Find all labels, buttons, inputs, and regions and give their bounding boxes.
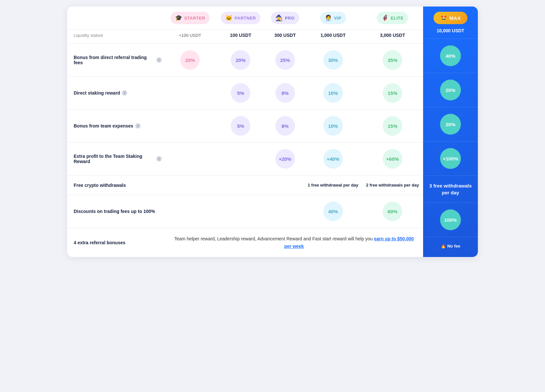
text-4-4: 2 free withdrawals per day: [366, 182, 419, 188]
badge-5-4: 60%: [383, 202, 402, 221]
badge-2-2: 8%: [275, 116, 295, 136]
cell-5-1: [215, 195, 266, 228]
badge-1-4: 15%: [383, 83, 402, 103]
cell-2-1: 5%: [215, 110, 266, 143]
badge-1-3: 10%: [323, 83, 343, 103]
cell-2-2: 8%: [266, 110, 304, 143]
cell-5-4: 60%: [362, 195, 423, 228]
max-text-4: 3 free withdrawals per day: [426, 182, 475, 196]
text-4-3: 1 free withdrawal per day: [308, 182, 358, 188]
cell-1-3: 10%: [304, 77, 362, 110]
badge-3-3: +40%: [323, 149, 343, 169]
liquidity-label: Liquidity staked: [67, 30, 165, 44]
max-cell-4: 3 free withdrawals per day: [423, 176, 478, 203]
badge-0-4: 35%: [383, 50, 402, 70]
cell-3-1: [215, 143, 266, 175]
badge-2-3: 10%: [323, 116, 343, 136]
max-liquidity: 10,000 USDT: [437, 28, 464, 33]
cell-2-3: 10%: [304, 110, 362, 143]
max-badge-1: 20%: [440, 80, 461, 100]
max-badge-0: 40%: [440, 45, 461, 66]
badge-0-0: 20%: [180, 50, 200, 70]
tier-label-vip: VIP: [334, 16, 341, 21]
info-icon-1[interactable]: i: [122, 90, 127, 96]
max-cell-0: 40%: [423, 39, 478, 73]
info-icon-0[interactable]: i: [156, 57, 162, 63]
row-label-text-4: Free crypto withdrawals: [74, 183, 126, 188]
badge-3-4: +60%: [383, 149, 402, 169]
cell-5-0: [165, 195, 215, 228]
badge-1-2: 8%: [275, 83, 295, 103]
max-badge-5: 100%: [440, 209, 461, 230]
badge-0-3: 30%: [323, 50, 343, 70]
max-button[interactable]: 🤩 MAX: [434, 12, 467, 24]
tier-button-pro[interactable]: 🧙 PRO: [271, 12, 299, 24]
liquidity-vip: 1,000 USDT: [304, 30, 362, 44]
row-label-3: Extra profit to the Team Staking Reward …: [67, 143, 165, 175]
max-badge-3: +100%: [440, 148, 461, 169]
row-label-text-0: Bonus from direct referral trading fees: [74, 55, 155, 65]
row-2: Bonus from team expenses i 5%8%10%15%: [67, 110, 423, 143]
badge-0-2: 25%: [275, 50, 295, 70]
cell-1-4: 15%: [362, 77, 423, 110]
row-label-text-5: Discounts on trading fees up to 100%: [74, 209, 155, 214]
extra-referral-label: 4 extra referral bonuses: [67, 228, 165, 257]
liquidity-elite: 3,000 USDT: [362, 30, 423, 44]
row-1: Direct staking reward i 5%8%10%15%: [67, 77, 423, 110]
row-label-text-3: Extra profit to the Team Staking Reward: [74, 154, 155, 164]
max-cell-2: 20%: [423, 107, 478, 142]
cell-3-4: +60%: [362, 143, 423, 175]
cell-0-2: 25%: [266, 44, 304, 77]
cell-3-3: +40%: [304, 143, 362, 175]
max-label: MAX: [449, 15, 461, 21]
tier-label-elite: ELITE: [391, 16, 404, 21]
cell-1-0: [165, 77, 215, 110]
tier-header-starter: 🎓 STARTER: [165, 7, 215, 30]
row-label-5: Discounts on trading fees up to 100%: [67, 195, 165, 228]
tier-button-starter[interactable]: 🎓 STARTER: [170, 12, 210, 24]
tier-button-partner[interactable]: 🐱 PARTNER: [221, 12, 260, 24]
cell-4-1: [215, 175, 266, 195]
cell-4-4: 2 free withdrawals per day: [362, 175, 423, 195]
cell-4-0: [165, 175, 215, 195]
cell-1-1: 5%: [215, 77, 266, 110]
label-col-header: [67, 7, 165, 30]
badge-0-1: 20%: [231, 50, 250, 70]
row-5: Discounts on trading fees up to 100% 40%…: [67, 195, 423, 228]
badge-3-2: +20%: [275, 149, 295, 169]
tier-header-pro: 🧙 PRO: [266, 7, 304, 30]
info-icon-2[interactable]: i: [135, 123, 140, 128]
tier-label-starter: STARTER: [184, 16, 205, 21]
cell-5-2: [266, 195, 304, 228]
badge-5-3: 40%: [323, 202, 343, 221]
max-no-fee: 🔥 No fee: [423, 237, 478, 255]
cell-1-2: 8%: [266, 77, 304, 110]
tier-header-partner: 🐱 PARTNER: [215, 7, 266, 30]
badge-2-4: 15%: [383, 116, 402, 136]
no-fee-text: 🔥 No fee: [441, 244, 460, 249]
cell-0-4: 35%: [362, 44, 423, 77]
liquidity-pro: 300 USDT: [266, 30, 304, 44]
extra-referral-desc: Team helper reward, Leadership reward, A…: [165, 228, 423, 257]
row-label-4: Free crypto withdrawals: [67, 175, 165, 195]
badge-2-1: 5%: [231, 116, 250, 136]
cell-0-1: 20%: [215, 44, 266, 77]
cell-5-3: 40%: [304, 195, 362, 228]
max-cell-5: 100%: [423, 203, 478, 237]
max-cell-1: 20%: [423, 73, 478, 107]
tier-header-vip: 🧑‍💼 VIP: [304, 7, 362, 30]
liquidity-starter: <100 USDT: [165, 30, 215, 44]
cell-0-3: 30%: [304, 44, 362, 77]
tier-label-partner: PARTNER: [235, 16, 256, 21]
row-label-text-2: Bonus from team expenses: [74, 123, 133, 128]
row-extra-referral: 4 extra referral bonusesTeam helper rewa…: [67, 228, 423, 257]
tier-button-vip[interactable]: 🧑‍💼 VIP: [320, 12, 346, 24]
max-column: 🤩 MAX 10,000 USDT40%20%20%+100%3 free wi…: [423, 7, 478, 257]
cell-4-3: 1 free withdrawal per day: [304, 175, 362, 195]
info-icon-3[interactable]: i: [156, 156, 162, 161]
row-label-2: Bonus from team expenses i: [67, 110, 165, 143]
row-0: Bonus from direct referral trading fees …: [67, 44, 423, 77]
earn-link[interactable]: earn up to $50,000 per week: [284, 236, 414, 249]
tier-button-elite[interactable]: 🦸 ELITE: [377, 12, 408, 24]
row-label-0: Bonus from direct referral trading fees …: [67, 44, 165, 77]
